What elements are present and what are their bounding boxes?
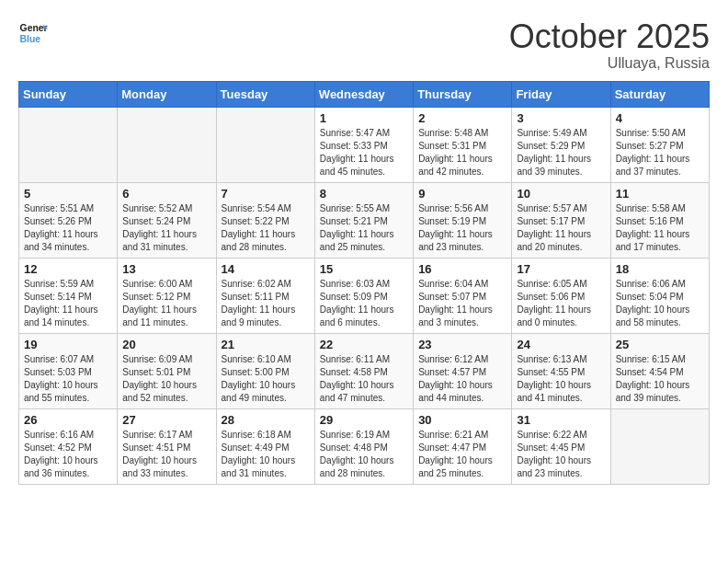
month-title: October 2025 xyxy=(509,18,710,55)
day-info: Sunrise: 6:13 AM Sunset: 4:55 PM Dayligh… xyxy=(517,353,605,405)
table-row: 11Sunrise: 5:58 AM Sunset: 5:16 PM Dayli… xyxy=(610,182,709,258)
table-row: 29Sunrise: 6:19 AM Sunset: 4:48 PM Dayli… xyxy=(314,408,413,484)
day-number: 5 xyxy=(24,187,112,201)
table-row: 18Sunrise: 6:06 AM Sunset: 5:04 PM Dayli… xyxy=(610,258,709,333)
day-info: Sunrise: 6:06 AM Sunset: 5:04 PM Dayligh… xyxy=(616,278,704,329)
table-row: 1Sunrise: 5:47 AM Sunset: 5:33 PM Daylig… xyxy=(314,107,413,182)
day-number: 27 xyxy=(122,413,210,427)
table-row: 22Sunrise: 6:11 AM Sunset: 4:58 PM Dayli… xyxy=(314,333,413,408)
day-info: Sunrise: 6:12 AM Sunset: 4:57 PM Dayligh… xyxy=(418,353,506,405)
table-row: 10Sunrise: 5:57 AM Sunset: 5:17 PM Dayli… xyxy=(512,182,610,258)
day-info: Sunrise: 6:09 AM Sunset: 5:01 PM Dayligh… xyxy=(122,353,210,405)
day-info: Sunrise: 5:49 AM Sunset: 5:29 PM Dayligh… xyxy=(517,127,605,178)
location: Ulluaya, Russia xyxy=(509,55,710,72)
table-row: 26Sunrise: 6:16 AM Sunset: 4:52 PM Dayli… xyxy=(19,408,118,484)
day-number: 19 xyxy=(24,338,112,351)
day-number: 29 xyxy=(320,413,408,427)
calendar-week-row: 5Sunrise: 5:51 AM Sunset: 5:26 PM Daylig… xyxy=(19,182,710,258)
day-number: 26 xyxy=(24,413,112,427)
day-number: 22 xyxy=(320,338,408,351)
table-row: 8Sunrise: 5:55 AM Sunset: 5:21 PM Daylig… xyxy=(314,182,413,258)
day-info: Sunrise: 6:15 AM Sunset: 4:54 PM Dayligh… xyxy=(616,353,704,405)
calendar-week-row: 12Sunrise: 5:59 AM Sunset: 5:14 PM Dayli… xyxy=(19,258,710,333)
day-info: Sunrise: 6:10 AM Sunset: 5:00 PM Dayligh… xyxy=(222,353,310,405)
day-number: 24 xyxy=(517,338,605,351)
day-info: Sunrise: 5:48 AM Sunset: 5:31 PM Dayligh… xyxy=(418,127,506,178)
table-row: 12Sunrise: 5:59 AM Sunset: 5:14 PM Dayli… xyxy=(19,258,118,333)
day-info: Sunrise: 5:50 AM Sunset: 5:27 PM Dayligh… xyxy=(616,127,704,178)
day-number: 23 xyxy=(418,338,506,351)
day-info: Sunrise: 5:56 AM Sunset: 5:19 PM Dayligh… xyxy=(418,202,506,254)
table-row: 28Sunrise: 6:18 AM Sunset: 4:49 PM Dayli… xyxy=(216,408,314,484)
table-row: 20Sunrise: 6:09 AM Sunset: 5:01 PM Dayli… xyxy=(118,333,216,408)
day-info: Sunrise: 5:59 AM Sunset: 5:14 PM Dayligh… xyxy=(24,278,112,329)
page-header: General Blue October 2025 Ulluaya, Russi… xyxy=(18,18,710,72)
table-row: 6Sunrise: 5:52 AM Sunset: 5:24 PM Daylig… xyxy=(118,182,216,258)
day-number: 28 xyxy=(222,413,310,427)
table-row: 27Sunrise: 6:17 AM Sunset: 4:51 PM Dayli… xyxy=(118,408,216,484)
table-row: 30Sunrise: 6:21 AM Sunset: 4:47 PM Dayli… xyxy=(414,408,512,484)
day-info: Sunrise: 6:21 AM Sunset: 4:47 PM Dayligh… xyxy=(418,429,506,480)
day-number: 18 xyxy=(616,262,704,276)
day-info: Sunrise: 6:22 AM Sunset: 4:45 PM Dayligh… xyxy=(517,429,605,480)
day-info: Sunrise: 6:11 AM Sunset: 4:58 PM Dayligh… xyxy=(320,353,408,405)
day-info: Sunrise: 6:04 AM Sunset: 5:07 PM Dayligh… xyxy=(418,278,506,329)
day-info: Sunrise: 5:55 AM Sunset: 5:21 PM Dayligh… xyxy=(320,202,408,254)
day-number: 2 xyxy=(418,111,506,125)
table-row: 17Sunrise: 6:05 AM Sunset: 5:06 PM Dayli… xyxy=(512,258,610,333)
day-info: Sunrise: 6:02 AM Sunset: 5:11 PM Dayligh… xyxy=(222,278,310,329)
day-number: 17 xyxy=(517,262,605,276)
day-number: 8 xyxy=(320,187,408,201)
day-info: Sunrise: 5:52 AM Sunset: 5:24 PM Dayligh… xyxy=(122,202,210,254)
table-row: 25Sunrise: 6:15 AM Sunset: 4:54 PM Dayli… xyxy=(610,333,709,408)
day-info: Sunrise: 5:57 AM Sunset: 5:17 PM Dayligh… xyxy=(517,202,605,254)
day-number: 1 xyxy=(320,111,408,125)
day-number: 25 xyxy=(616,338,704,351)
calendar-week-row: 1Sunrise: 5:47 AM Sunset: 5:33 PM Daylig… xyxy=(19,107,710,182)
table-row: 19Sunrise: 6:07 AM Sunset: 5:03 PM Dayli… xyxy=(19,333,118,408)
day-info: Sunrise: 6:17 AM Sunset: 4:51 PM Dayligh… xyxy=(122,429,210,480)
table-row: 24Sunrise: 6:13 AM Sunset: 4:55 PM Dayli… xyxy=(512,333,610,408)
day-number: 15 xyxy=(320,262,408,276)
table-row: 9Sunrise: 5:56 AM Sunset: 5:19 PM Daylig… xyxy=(414,182,512,258)
calendar-header-row: Sunday Monday Tuesday Wednesday Thursday… xyxy=(19,81,710,107)
day-info: Sunrise: 6:07 AM Sunset: 5:03 PM Dayligh… xyxy=(24,353,112,405)
day-number: 12 xyxy=(24,262,112,276)
header-wednesday: Wednesday xyxy=(314,81,413,107)
table-row: 5Sunrise: 5:51 AM Sunset: 5:26 PM Daylig… xyxy=(19,182,118,258)
day-number: 7 xyxy=(222,187,310,201)
table-row xyxy=(19,107,118,182)
day-number: 21 xyxy=(222,338,310,351)
table-row: 7Sunrise: 5:54 AM Sunset: 5:22 PM Daylig… xyxy=(216,182,314,258)
day-info: Sunrise: 5:54 AM Sunset: 5:22 PM Dayligh… xyxy=(222,202,310,254)
day-number: 14 xyxy=(222,262,310,276)
table-row: 15Sunrise: 6:03 AM Sunset: 5:09 PM Dayli… xyxy=(314,258,413,333)
day-info: Sunrise: 5:47 AM Sunset: 5:33 PM Dayligh… xyxy=(320,127,408,178)
day-number: 6 xyxy=(122,187,210,201)
day-info: Sunrise: 6:16 AM Sunset: 4:52 PM Dayligh… xyxy=(24,429,112,480)
day-info: Sunrise: 6:18 AM Sunset: 4:49 PM Dayligh… xyxy=(222,429,310,480)
table-row: 4Sunrise: 5:50 AM Sunset: 5:27 PM Daylig… xyxy=(610,107,709,182)
day-info: Sunrise: 6:03 AM Sunset: 5:09 PM Dayligh… xyxy=(320,278,408,329)
header-tuesday: Tuesday xyxy=(216,81,314,107)
table-row: 31Sunrise: 6:22 AM Sunset: 4:45 PM Dayli… xyxy=(512,408,610,484)
title-block: October 2025 Ulluaya, Russia xyxy=(509,18,710,72)
header-thursday: Thursday xyxy=(414,81,512,107)
calendar-week-row: 19Sunrise: 6:07 AM Sunset: 5:03 PM Dayli… xyxy=(19,333,710,408)
table-row: 16Sunrise: 6:04 AM Sunset: 5:07 PM Dayli… xyxy=(414,258,512,333)
day-number: 13 xyxy=(122,262,210,276)
table-row: 14Sunrise: 6:02 AM Sunset: 5:11 PM Dayli… xyxy=(216,258,314,333)
day-info: Sunrise: 6:00 AM Sunset: 5:12 PM Dayligh… xyxy=(122,278,210,329)
day-number: 4 xyxy=(616,111,704,125)
header-monday: Monday xyxy=(118,81,216,107)
table-row xyxy=(118,107,216,182)
calendar-week-row: 26Sunrise: 6:16 AM Sunset: 4:52 PM Dayli… xyxy=(19,408,710,484)
day-info: Sunrise: 5:51 AM Sunset: 5:26 PM Dayligh… xyxy=(24,202,112,254)
logo-icon: General Blue xyxy=(18,18,48,48)
day-number: 30 xyxy=(418,413,506,427)
day-number: 9 xyxy=(418,187,506,201)
calendar-table: Sunday Monday Tuesday Wednesday Thursday… xyxy=(18,81,710,485)
table-row: 21Sunrise: 6:10 AM Sunset: 5:00 PM Dayli… xyxy=(216,333,314,408)
table-row: 23Sunrise: 6:12 AM Sunset: 4:57 PM Dayli… xyxy=(414,333,512,408)
logo: General Blue xyxy=(18,18,48,48)
